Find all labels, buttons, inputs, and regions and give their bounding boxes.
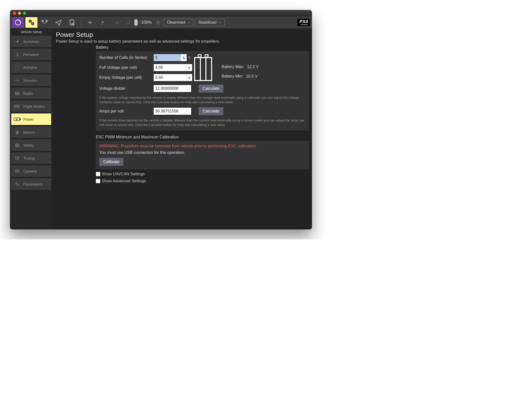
sidebar-item-safety[interactable]: Safety: [11, 139, 51, 151]
svg-rect-23: [135, 24, 137, 25]
svg-text:+: +: [206, 54, 208, 57]
full-voltage-label: Full Voltage (per cell): [99, 65, 152, 70]
calibrate-button[interactable]: Calibrate: [99, 158, 123, 166]
voltage-unit: V: [186, 64, 192, 71]
svg-point-32: [17, 80, 17, 81]
svg-rect-14: [127, 23, 128, 24]
analyze-icon[interactable]: [66, 17, 78, 28]
satellite-icon[interactable]: [98, 17, 110, 28]
first-aid-icon: [14, 143, 21, 148]
titlebar: [10, 10, 312, 16]
megaphone-icon[interactable]: [84, 17, 96, 28]
px4-logo: PX4autopilot: [297, 19, 310, 26]
svg-point-12: [118, 23, 118, 23]
sidebar-item-label: Airframe: [23, 65, 37, 70]
app-logo-icon[interactable]: [12, 17, 24, 28]
battery-percent: 100%: [141, 20, 152, 25]
setup-gears-icon[interactable]: [25, 17, 37, 28]
svg-point-29: [15, 69, 16, 70]
minimize-window-icon[interactable]: [18, 12, 21, 15]
sidebar-item-label: Power: [23, 117, 34, 121]
sidebar-item-label: Sensors: [23, 78, 37, 83]
toolbar: AB 100% Disarmed ▼: [10, 16, 312, 28]
sidebar-item-label: Tuning: [23, 156, 34, 160]
svg-rect-15: [128, 22, 129, 24]
sidebar-item-airframe[interactable]: Airframe: [11, 62, 51, 73]
sidebar: Vehicle Setup Summary Firmware Airframe …: [10, 28, 52, 229]
app-window: AB 100% Disarmed ▼: [10, 10, 312, 229]
battery-max-value: 12.2 V: [247, 65, 259, 69]
empty-voltage-input[interactable]: [154, 74, 186, 81]
sidebar-item-label: Summary: [23, 39, 39, 44]
svg-rect-26: [15, 55, 19, 56]
sidebar-item-label: Parameters: [23, 182, 43, 186]
rc-controller-icon: [111, 17, 123, 28]
uavcan-checkbox[interactable]: [96, 172, 100, 176]
cells-input[interactable]: [154, 54, 181, 61]
camera-icon: [14, 169, 21, 173]
page-title: Power Setup: [56, 31, 309, 39]
download-icon: [14, 52, 21, 57]
svg-point-35: [18, 93, 19, 94]
full-voltage-input[interactable]: [154, 64, 186, 71]
battery-zap-icon: [14, 117, 21, 121]
svg-point-27: [15, 65, 16, 66]
battery-min-value: 10.5 V: [246, 74, 258, 78]
svg-text:A: A: [42, 20, 43, 22]
sidebar-item-power[interactable]: Power: [11, 113, 51, 125]
sidebar-item-motors[interactable]: Motors: [11, 126, 51, 138]
uavcan-checkbox-label: Show UAVCAN Settings: [102, 172, 145, 176]
sidebar-item-firmware[interactable]: Firmware: [11, 49, 51, 60]
esc-panel: WARNING: Propellers must be removed from…: [96, 141, 309, 169]
plan-route-icon[interactable]: AB: [39, 17, 51, 28]
sidebar-item-label: Radio: [23, 91, 33, 96]
svg-rect-20: [135, 21, 137, 22]
fly-plane-icon[interactable]: [52, 17, 64, 28]
sidebar-item-label: Motors: [23, 130, 35, 134]
svg-rect-16: [129, 21, 130, 24]
esc-section-label: ESC PWM Minimum and Maximum Calibration: [96, 135, 309, 139]
svg-rect-39: [17, 130, 18, 131]
sidebar-item-summary[interactable]: Summary: [11, 36, 51, 47]
battery-graphic-icon: −+: [194, 54, 213, 82]
sidebar-item-radio[interactable]: Radio: [11, 88, 51, 99]
amps-per-volt-help: If the current draw reported by the vehi…: [99, 118, 305, 127]
svg-point-44: [17, 159, 18, 160]
plane-icon: [14, 39, 21, 44]
voltage-divider-input[interactable]: [154, 85, 191, 92]
gears-icon: [14, 182, 21, 187]
flight-mode-label: Stabilized: [198, 20, 217, 25]
sliders-icon: [14, 155, 21, 161]
sidebar-item-label: Safety: [23, 143, 34, 147]
sidebar-item-flight-modes[interactable]: Flight Modes: [11, 100, 51, 112]
sensors-icon: [14, 78, 21, 83]
waveform-icon: [14, 104, 21, 108]
maximize-window-icon[interactable]: [23, 12, 26, 15]
sidebar-item-sensors[interactable]: Sensors: [11, 75, 51, 86]
svg-rect-33: [15, 92, 19, 95]
sidebar-item-tuning[interactable]: Tuning: [11, 152, 51, 164]
help-icon[interactable]: ?: [187, 54, 192, 61]
amps-per-volt-label: Amps per volt: [99, 109, 152, 113]
flight-mode-dropdown[interactable]: Stabilized ▼: [195, 19, 225, 26]
svg-rect-42: [17, 143, 18, 144]
calculate-amps-button[interactable]: Calculate: [199, 107, 223, 115]
svg-point-11: [116, 23, 117, 23]
calculate-vdiv-button[interactable]: Calculate: [199, 85, 223, 93]
svg-point-45: [18, 157, 19, 158]
voltage-divider-help: If the battery voltage reported by the v…: [99, 96, 305, 104]
svg-point-43: [15, 157, 16, 158]
sidebar-item-parameters[interactable]: Parameters: [11, 178, 51, 190]
amps-per-volt-input[interactable]: [154, 108, 191, 115]
advanced-checkbox[interactable]: [96, 179, 100, 183]
svg-text:−: −: [200, 54, 201, 57]
sidebar-item-camera[interactable]: Camera: [11, 165, 51, 177]
cells-unit: S: [181, 54, 187, 61]
battery-max-label: Battery Max:: [222, 65, 244, 69]
advanced-checkbox-label: Show Advanced Settings: [102, 179, 146, 183]
radio-icon: [14, 91, 21, 96]
armed-state-dropdown[interactable]: Disarmed ▼: [164, 19, 193, 26]
close-window-icon[interactable]: [13, 12, 16, 15]
sidebar-item-label: Firmware: [23, 52, 39, 57]
svg-rect-18: [135, 19, 137, 20]
